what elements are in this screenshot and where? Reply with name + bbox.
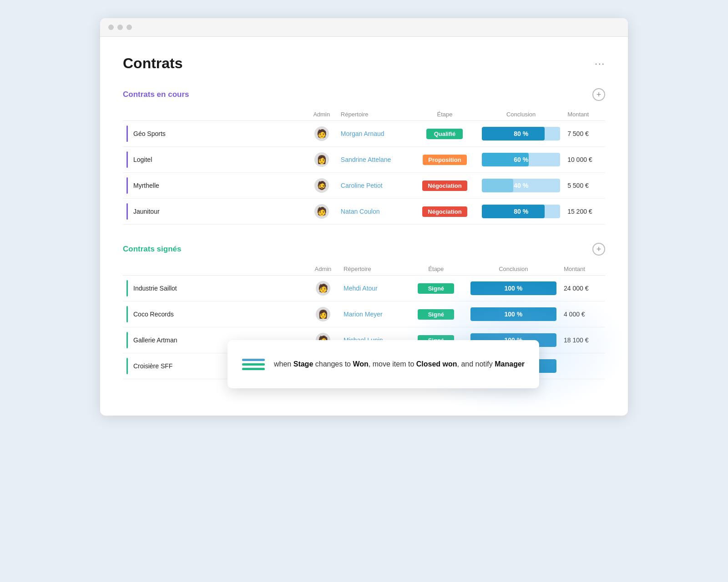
etape-cell: Proposition	[411, 147, 478, 173]
etape-badge: Signé	[418, 309, 454, 320]
more-options-button[interactable]: ···	[595, 58, 605, 69]
admin-cell: 👩	[306, 147, 337, 173]
progress-bar: 80 %	[482, 205, 560, 218]
col-montant-header: Montant	[564, 108, 605, 121]
montant-cell: 24 000 €	[560, 276, 605, 301]
progress-bar-label: 100 %	[505, 311, 523, 318]
repertoire-cell[interactable]: Caroline Petiot	[337, 173, 411, 199]
section-en-cours: Contrats en cours + Admin Répertoire Éta…	[123, 88, 605, 225]
progress-bar-label: 80 %	[514, 208, 528, 215]
section-signes-title: Contrats signés	[123, 245, 181, 254]
name-cell: Myrthelle	[123, 173, 306, 199]
etape-cell: Signé	[405, 301, 467, 327]
conclusion-cell: 100 %	[467, 276, 560, 301]
auto-text-mid1: changes to	[313, 360, 353, 368]
repertoire-link[interactable]: Mehdi Atour	[344, 285, 378, 292]
col-name-header	[123, 108, 306, 121]
company-name: Jaunitour	[133, 208, 160, 215]
etape-badge: Qualifié	[426, 129, 463, 139]
table-row[interactable]: Myrthelle 🧔Caroline PetiotNégociation 40…	[123, 173, 605, 199]
company-name: Industrie Saillot	[133, 285, 177, 292]
progress-bar-fill	[482, 127, 545, 140]
col-conclusion-header-s: Conclusion	[467, 263, 560, 276]
admin-cell: 👩	[306, 301, 340, 327]
automation-text: when Stage changes to Won, move item to …	[274, 359, 525, 370]
name-cell: Industrie Saillot	[123, 276, 306, 301]
dot-green	[126, 25, 132, 30]
col-etape-header: Étape	[411, 108, 478, 121]
company-name: Croisière SFF	[133, 362, 172, 370]
progress-bar-label: 40 %	[514, 182, 528, 189]
progress-bar: 80 %	[482, 127, 560, 140]
repertoire-link[interactable]: Marion Meyer	[344, 311, 383, 318]
montant-cell: 18 100 €	[560, 327, 605, 353]
row-border	[126, 203, 128, 220]
repertoire-link[interactable]: Sandrine Attelane	[341, 156, 391, 163]
repertoire-link[interactable]: Natan Coulon	[341, 208, 380, 215]
en-cours-table: Admin Répertoire Étape Conclusion Montan…	[123, 108, 605, 225]
col-repertoire-header: Répertoire	[337, 108, 411, 121]
section-en-cours-title: Contrats en cours	[123, 90, 189, 99]
row-border	[126, 306, 128, 322]
montant-cell: 7 500 €	[564, 121, 605, 147]
signes-header-row: Admin Répertoire Étape Conclusion Montan…	[123, 263, 605, 276]
name-cell: Logitel	[123, 147, 306, 173]
repertoire-link[interactable]: Morgan Arnaud	[341, 130, 384, 137]
progress-bar-fill	[482, 205, 545, 218]
etape-badge: Négociation	[422, 206, 467, 217]
repertoire-cell[interactable]: Sandrine Attelane	[337, 147, 411, 173]
auto-text-prefix: when	[274, 360, 293, 368]
name-cell: Coco Records	[123, 301, 306, 327]
auto-closed-won: Closed won	[416, 360, 457, 368]
add-signes-button[interactable]: +	[592, 243, 605, 256]
progress-bar: 40 %	[482, 179, 560, 192]
repertoire-cell[interactable]: Morgan Arnaud	[337, 121, 411, 147]
avatar: 🧔	[314, 178, 329, 193]
name-cell: Jaunitour	[123, 199, 306, 225]
progress-bar: 60 %	[482, 153, 560, 166]
auto-text-mid3: , and notify	[457, 360, 495, 368]
title-bar	[100, 18, 628, 37]
repertoire-cell[interactable]: Natan Coulon	[337, 199, 411, 225]
montant-cell: 4 000 €	[560, 301, 605, 327]
admin-cell: 🧑	[306, 276, 340, 301]
avatar: 🧑	[314, 126, 329, 141]
company-name: Gallerie Artman	[133, 336, 177, 344]
add-en-cours-button[interactable]: +	[592, 88, 605, 101]
row-border	[126, 358, 128, 374]
dot-red	[108, 25, 114, 30]
auto-line-1	[242, 359, 265, 361]
progress-bar: 100 %	[470, 307, 556, 321]
section-en-cours-header: Contrats en cours +	[123, 88, 605, 101]
repertoire-cell[interactable]: Marion Meyer	[340, 301, 405, 327]
conclusion-cell: 100 %	[467, 301, 560, 327]
company-name: Logitel	[133, 156, 152, 163]
col-admin-header-s: Admin	[306, 263, 340, 276]
repertoire-cell[interactable]: Mehdi Atour	[340, 276, 405, 301]
row-border	[126, 125, 128, 142]
auto-line-2	[242, 363, 265, 366]
etape-cell: Qualifié	[411, 121, 478, 147]
col-repertoire-header-s: Répertoire	[340, 263, 405, 276]
row-border	[126, 332, 128, 348]
etape-cell: Négociation	[411, 199, 478, 225]
etape-badge: Négociation	[422, 181, 467, 191]
row-border	[126, 151, 128, 168]
admin-cell: 🧑	[306, 199, 337, 225]
company-name: Géo Sports	[133, 130, 166, 137]
etape-cell: Négociation	[411, 173, 478, 199]
montant-cell: 15 200 €	[564, 199, 605, 225]
table-row[interactable]: Logitel 👩Sandrine AttelaneProposition 60…	[123, 147, 605, 173]
repertoire-link[interactable]: Caroline Petiot	[341, 182, 383, 189]
table-row[interactable]: Géo Sports 🧑Morgan ArnaudQualifié 80 % 7…	[123, 121, 605, 147]
etape-badge: Proposition	[423, 155, 466, 165]
table-row[interactable]: Coco Records 👩Marion MeyerSigné 100 % 4 …	[123, 301, 605, 327]
col-conclusion-header: Conclusion	[478, 108, 564, 121]
table-row[interactable]: Jaunitour 🧑Natan CoulonNégociation 80 % …	[123, 199, 605, 225]
admin-cell: 🧑	[306, 121, 337, 147]
progress-bar: 100 %	[470, 281, 556, 295]
auto-line-3	[242, 368, 265, 370]
dot-yellow	[117, 25, 123, 30]
avatar: 👩	[314, 152, 329, 167]
table-row[interactable]: Industrie Saillot 🧑Mehdi AtourSigné 100 …	[123, 276, 605, 301]
